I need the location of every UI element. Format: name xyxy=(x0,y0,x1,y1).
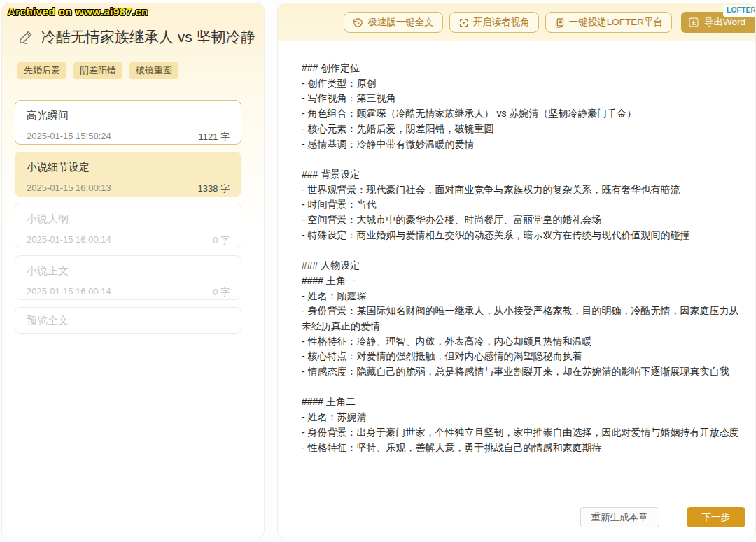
content-line: - 身份背景：某国际知名财阀的唯一继承人，从小接受严格家教，目的明确，冷酷无情，… xyxy=(302,304,741,334)
chapter-meta: 2025-01-15 15:58:24 1121 字 xyxy=(27,131,230,143)
content-line: - 姓名：顾霆琛 xyxy=(302,289,741,304)
chapter-date: 2025-01-15 16:00:14 xyxy=(27,286,111,299)
chapter-card[interactable]: 预览全文 xyxy=(15,307,241,334)
chapter-content: ### 创作定位 - 创作类型：原创 - 写作视角：第三视角 - 角色组合：顾霆… xyxy=(278,41,755,507)
chapter-word-count: 1121 字 xyxy=(198,131,230,143)
content-line: - 时间背景：当代 xyxy=(302,197,741,213)
content-line xyxy=(302,380,741,395)
tag-list: 先婚后爱 阴差阳错 破镜重圆 xyxy=(18,62,264,79)
content-line: #### 主角二 xyxy=(302,394,741,410)
content-line: - 情感态度：隐藏自己的脆弱，总是将感情与事业割裂开来，却在苏婉清的影响下逐渐展… xyxy=(302,364,741,380)
content-line: - 性格特征：坚持、乐观，善解人意，勇于挑战自己的情感和家庭期待 xyxy=(302,441,741,456)
chapter-word-count: 0 字 xyxy=(213,234,230,247)
document-icon xyxy=(554,17,565,28)
content-line: - 写作视角：第三视角 xyxy=(302,91,741,106)
chapter-title: 高光瞬间 xyxy=(27,109,230,122)
export-word-label: 导出Word xyxy=(704,16,746,29)
chapter-card[interactable]: 高光瞬间 2025-01-15 15:58:24 1121 字 xyxy=(15,100,241,145)
content-line: ### 背景设定 xyxy=(302,167,741,183)
quick-full-text-label: 极速版一键全文 xyxy=(368,16,434,29)
chapter-title: 小说大纲 xyxy=(27,213,230,226)
content-line: ### 人物设定 xyxy=(302,258,741,273)
content-line: - 性格特征：冷静、理智、内敛，外表高冷，内心却颇具热情和温暖 xyxy=(302,334,741,350)
chapter-date: 2025-01-15 16:00:14 xyxy=(27,234,111,247)
content-line: - 世界观背景：现代豪门社会，面对商业竞争与家族权力的复杂关系，既有奢华也有暗流 xyxy=(302,183,741,198)
content-line: - 核心元素：先婚后爱，阴差阳错，破镜重圆 xyxy=(302,122,741,137)
main-footer: 重新生成本章 下一步 xyxy=(278,507,755,539)
chapter-date: 2025-01-15 15:58:24 xyxy=(27,131,111,143)
content-line: - 特殊设定：商业婚姻与爱情相互交织的动态关系，暗示双方在传统与现代价值观间的碰… xyxy=(302,228,741,243)
novel-title-row: 冷酷无情家族继承人 vs 坚韧冷静 xyxy=(18,27,264,47)
chapter-card[interactable]: 小说大纲 2025-01-15 16:00:14 0 字 xyxy=(15,204,241,248)
chapter-card[interactable]: 小说正文 2025-01-15 16:00:14 0 字 xyxy=(15,255,241,300)
chapter-title: 小说细节设定 xyxy=(27,161,230,174)
content-line: ### 创作定位 xyxy=(302,61,741,76)
content-line: - 感情基调：冷静中带有微妙温暖的爱情 xyxy=(302,137,741,152)
chapter-meta: 2025-01-15 16:00:14 0 字 xyxy=(27,286,230,299)
content-line: - 角色组合：顾霆琛（冷酷无情家族继承人） vs 苏婉清（坚韧冷静豪门千金） xyxy=(302,106,741,122)
lofter-format-badge: LOFTER格式 xyxy=(723,5,755,17)
content-line xyxy=(302,243,741,258)
edit-pencil-icon[interactable] xyxy=(18,29,34,45)
chapter-title: 预览全文 xyxy=(27,314,230,327)
history-clock-icon xyxy=(353,17,363,28)
content-line: - 身份背景：出身于豪门世家，个性独立且坚韧，家中推崇自由选择，因此对爱情与婚姻… xyxy=(302,425,741,441)
content-line: - 创作类型：原创 xyxy=(302,76,741,92)
watermark: Archived on www.ai987.cn xyxy=(8,6,148,17)
chapter-title: 小说正文 xyxy=(27,264,230,278)
next-step-button[interactable]: 下一步 xyxy=(687,507,746,527)
chapter-meta: 2025-01-15 16:00:14 0 字 xyxy=(27,234,230,247)
chapter-meta: 2025-01-15 16:00:13 1338 字 xyxy=(27,183,230,195)
regenerate-chapter-button[interactable]: 重新生成本章 xyxy=(580,507,659,527)
novel-tag: 阴差阳错 xyxy=(74,62,122,79)
novel-tag: 破镜重圆 xyxy=(130,62,178,79)
sidebar: Archived on www.ai987.cn 冷酷无情家族继承人 vs 坚韧… xyxy=(1,3,265,539)
download-icon xyxy=(688,17,699,28)
content-line: - 核心特点：对爱情的强烈抵触，但对内心感情的渴望隐秘而执着 xyxy=(302,349,741,364)
submit-lofter-button[interactable]: 一键投递LOFTER平台 xyxy=(545,12,672,33)
quick-full-text-button[interactable]: 极速版一键全文 xyxy=(344,12,443,33)
chapter-word-count: 0 字 xyxy=(213,286,230,299)
submit-lofter-label: 一键投递LOFTER平台 xyxy=(569,16,663,29)
content-line: #### 主角一 xyxy=(302,273,741,289)
chapter-word-count: 1338 字 xyxy=(197,183,230,195)
main-panel: 极速版一键全文 开启读者视角 一键投递LOFTER平台 xyxy=(277,3,756,539)
novel-tag: 先婚后爱 xyxy=(18,62,66,79)
reader-view-button[interactable]: 开启读者视角 xyxy=(449,12,539,33)
reader-view-icon xyxy=(458,17,469,28)
app-window: Archived on www.ai987.cn 冷酷无情家族继承人 vs 坚韧… xyxy=(0,0,756,542)
content-line xyxy=(302,152,741,167)
chapter-date: 2025-01-15 16:00:13 xyxy=(27,183,111,195)
reader-view-label: 开启读者视角 xyxy=(473,16,530,29)
content-line: - 姓名：苏婉清 xyxy=(302,410,741,425)
chapter-list: 高光瞬间 2025-01-15 15:58:24 1121 字 小说细节设定 2… xyxy=(2,100,264,334)
novel-title: 冷酷无情家族继承人 vs 坚韧冷静 xyxy=(41,27,255,47)
main-toolbar: 极速版一键全文 开启读者视角 一键投递LOFTER平台 xyxy=(278,3,755,41)
chapter-card[interactable]: 小说细节设定 2025-01-15 16:00:13 1338 字 xyxy=(15,152,241,197)
content-line: - 空间背景：大城市中的豪华办公楼、时尚餐厅、富丽堂皇的婚礼会场 xyxy=(302,213,741,228)
